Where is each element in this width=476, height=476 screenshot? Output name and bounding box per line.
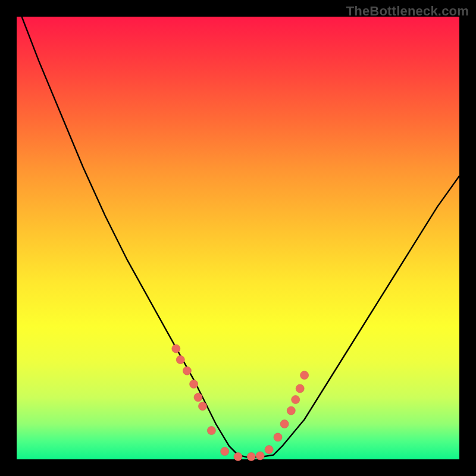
chart-frame: TheBottleneck.com (0, 0, 476, 476)
data-point (190, 380, 198, 389)
data-point (183, 367, 191, 375)
data-point (221, 447, 229, 456)
data-point (199, 402, 207, 411)
plot-area (17, 17, 459, 459)
data-point (265, 446, 273, 454)
data-point (287, 406, 295, 415)
data-point (234, 453, 242, 461)
data-point (247, 453, 255, 461)
data-points-group (172, 345, 309, 461)
data-point (300, 371, 309, 380)
data-point (296, 384, 304, 393)
data-point (172, 345, 180, 353)
data-point (280, 420, 289, 428)
data-point (256, 452, 264, 460)
data-point (194, 393, 202, 402)
bottleneck-curve (17, 4, 459, 458)
data-point (176, 356, 184, 364)
chart-svg (17, 17, 459, 459)
watermark-text: TheBottleneck.com (346, 4, 469, 19)
data-point (207, 427, 215, 435)
data-point (292, 396, 300, 404)
data-point (274, 433, 282, 441)
